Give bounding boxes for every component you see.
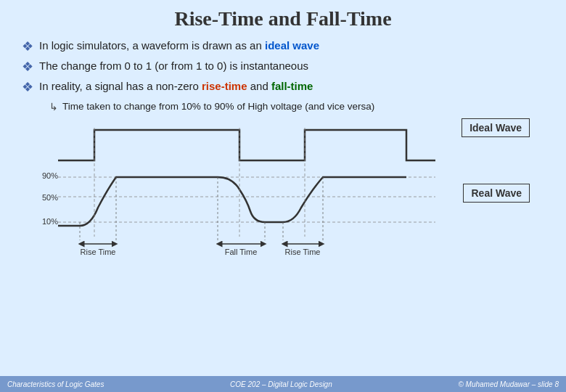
slide: Rise-Time and Fall-Time ❖ In logic simul… [0,0,566,392]
bullet-3-text: In reality, a signal has a non-zero rise… [39,80,313,92]
ideal-wave-label: Ideal Wave [469,122,522,134]
bullet-list: ❖ In logic simulators, a waveform is dra… [22,39,544,95]
ideal-wave-label-box: Ideal Wave [462,118,530,137]
bullet-3: ❖ In reality, a signal has a non-zero ri… [22,80,544,95]
rise-time-text: rise-time [202,80,247,92]
fall-time-text: fall-time [271,80,313,92]
label-10: 10% [42,217,58,226]
label-50: 50% [42,193,58,202]
diamond-icon-2: ❖ [22,59,33,75]
rise-time-label-2: Rise Time [285,248,321,256]
bullet-2-text: The change from 0 to 1 (or from 1 to 0) … [39,60,308,72]
slide-title: Rise-Time and Fall-Time [22,7,544,30]
diagram-area: 90% 50% 10% [22,117,544,269]
label-90: 90% [42,171,58,180]
real-wave-label-box: Real Wave [463,184,530,203]
sub-bullet: ↳ Time taken to change from 10% to 90% o… [49,101,544,113]
diamond-icon-1: ❖ [22,38,33,54]
fall-time-label: Fall Time [225,248,258,256]
arrow-icon: ↳ [49,101,58,113]
rise-time-label-1: Rise Time [81,248,116,256]
footer: Characteristics of Logic Gates COE 202 –… [0,376,566,392]
diamond-icon-3: ❖ [22,79,33,95]
real-wave-label: Real Wave [471,187,522,199]
footer-left: Characteristics of Logic Gates [7,380,104,388]
ideal-wave-text: ideal wave [265,39,319,52]
bullet-1-text: In logic simulators, a waveform is drawn… [39,39,319,52]
footer-right: © Muhamed Mudawar – slide 8 [458,380,559,388]
footer-center: COE 202 – Digital Logic Design [230,380,332,388]
sub-bullet-text: Time taken to change from 10% to 90% of … [62,101,374,112]
bullet-2: ❖ The change from 0 to 1 (or from 1 to 0… [22,60,544,75]
bullet-1: ❖ In logic simulators, a waveform is dra… [22,39,544,54]
